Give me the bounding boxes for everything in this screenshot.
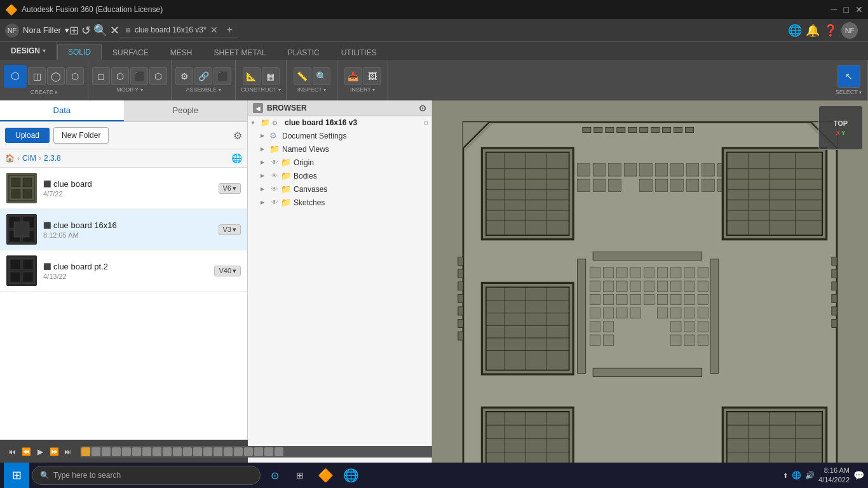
pcb-canvas	[432, 100, 868, 488]
3d-viewport[interactable]: TOP X Y	[432, 100, 868, 488]
tab-surface[interactable]: SURFACE	[102, 45, 159, 60]
account-bar: NF Nora Filler ▾ ⊞ ↺ 🔍 ✕ 🖥 clue board 16…	[0, 19, 868, 42]
taskbar-task-view[interactable]: ⊞	[288, 464, 311, 487]
version-badge-2[interactable]: V3▾	[219, 224, 241, 235]
file-info-1: ⬛ clue board 4/7/22	[43, 179, 212, 198]
inspect-more-button[interactable]: 🔍	[313, 67, 330, 85]
browser-item-named-views[interactable]: ▶ 📁 Named Views	[248, 142, 431, 156]
tab-solid[interactable]: SOLID	[57, 44, 102, 60]
new-tab-button[interactable]: +	[227, 24, 233, 36]
file-item-clue-board[interactable]: ⬛ clue board 4/7/22 V6▾	[0, 168, 247, 209]
tab-data[interactable]: Data	[0, 100, 124, 121]
taskbar-chrome-app[interactable]: 🌐	[339, 464, 362, 487]
design-selector[interactable]: DESIGN ▾	[0, 42, 57, 60]
sketches-eye-icon[interactable]: 👁	[269, 199, 280, 206]
taskbar-fusion-app[interactable]: 🔶	[314, 464, 337, 487]
version-badge-3[interactable]: V40▾	[214, 266, 241, 276]
assemble-more-button[interactable]: ⬛	[214, 67, 231, 85]
browser-item-canvases[interactable]: ▶ 👁 📁 Canvases	[248, 182, 431, 196]
file-name-2: ⬛ clue board 16x16	[43, 220, 212, 230]
close-panel-button[interactable]: ✕	[110, 24, 119, 37]
app-title: Autodesk Fusion 360 (Education License)	[22, 5, 163, 14]
new-folder-button[interactable]: New Folder	[53, 127, 109, 144]
left-panel: Data People Upload New Folder ⚙ 🏠 › CIM …	[0, 100, 248, 440]
inspect-measure-button[interactable]: 📏	[294, 67, 311, 85]
modify-shell-button[interactable]: ⬛	[130, 67, 148, 85]
tl-skip-end[interactable]: ⏭	[61, 445, 75, 459]
modify-fillet-button[interactable]: ◻	[92, 67, 110, 85]
insert-more-button[interactable]: 🖼	[363, 67, 381, 85]
browser-item-sketches[interactable]: ▶ 👁 📁 Sketches	[248, 196, 431, 209]
browser-item-origin[interactable]: ▶ 👁 📁 Origin	[248, 156, 431, 169]
view-cube[interactable]: TOP X Y	[818, 105, 863, 150]
tl-prev[interactable]: ⏪	[19, 445, 33, 459]
search-bar[interactable]: 🔍 Type here to search	[32, 466, 261, 485]
apps-grid-button[interactable]: ⊞	[69, 24, 79, 37]
system-clock[interactable]: 8:16 AM 4/14/2022	[818, 466, 850, 485]
breadcrumb-cim[interactable]: CIM	[22, 154, 36, 163]
create-sphere-button[interactable]: ◯	[47, 67, 65, 85]
start-button[interactable]: ⊞	[4, 463, 29, 488]
origin-eye-icon[interactable]: 👁	[269, 159, 280, 166]
taskbar-up-arrow[interactable]: ⬆	[783, 472, 788, 479]
taskbar-cortana[interactable]: ⊙	[263, 464, 286, 487]
notifications-button[interactable]: 🔔	[806, 24, 820, 37]
tl-thumb-10	[183, 447, 192, 456]
select-button[interactable]: ↖	[837, 65, 860, 88]
home-icon[interactable]: 🏠	[5, 154, 15, 163]
bodies-eye-icon[interactable]: 👁	[269, 172, 280, 179]
taskbar-right: ⬆ 🌐 🔊 8:16 AM 4/14/2022 💬	[783, 466, 864, 485]
tab-mesh[interactable]: MESH	[159, 45, 203, 60]
root-more-icon[interactable]: ⚙	[423, 119, 429, 126]
taskbar-notification-icon[interactable]: 💬	[853, 470, 864, 480]
svg-rect-42	[578, 179, 590, 192]
help-button[interactable]: ❓	[824, 24, 837, 37]
version-badge-1[interactable]: V6▾	[219, 183, 241, 194]
tl-thumb-15	[234, 447, 243, 456]
maximize-button[interactable]: □	[844, 4, 849, 15]
insert-decal-button[interactable]: 📥	[344, 67, 362, 85]
taskbar-volume-icon[interactable]: 🔊	[805, 471, 815, 480]
file-item-clue-board-pt2[interactable]: ⬛ clue board pt.2 4/13/22 V40▾	[0, 250, 247, 292]
construct-more-button[interactable]: ▦	[262, 67, 280, 85]
minimize-button[interactable]: ─	[831, 4, 837, 15]
browser-collapse-button[interactable]: ◀	[253, 103, 263, 113]
create-box-button[interactable]: ⬡	[4, 65, 27, 88]
account-portal-button[interactable]: 🌐	[788, 24, 802, 37]
modify-chamfer-button[interactable]: ⬡	[111, 67, 129, 85]
assemble-joint-button[interactable]: 🔗	[194, 67, 212, 85]
close-doc-icon[interactable]: ✕	[210, 25, 218, 35]
tl-next[interactable]: ⏩	[47, 445, 61, 459]
tab-plastic[interactable]: PLASTIC	[277, 45, 330, 60]
account-info[interactable]: NF Nora Filler ▾	[5, 24, 69, 37]
tab-people[interactable]: People	[124, 100, 248, 121]
canvases-eye-icon[interactable]: 👁	[269, 186, 280, 193]
breadcrumb-world-icon[interactable]: 🌐	[231, 153, 242, 163]
upload-button[interactable]: Upload	[5, 128, 50, 143]
browser-options-icon[interactable]: ⊙	[419, 103, 426, 113]
browser-item-document-settings[interactable]: ▶ ⚙ Document Settings	[248, 129, 431, 142]
taskbar-network-icon[interactable]: 🌐	[792, 471, 801, 480]
browser-item-bodies[interactable]: ▶ 👁 📁 Bodies	[248, 169, 431, 182]
profile-avatar[interactable]: NF	[841, 22, 858, 39]
file-item-clue-board-16x16[interactable]: ⬛ clue board 16x16 8:12:05 AM V3▾	[0, 209, 247, 250]
close-button[interactable]: ✕	[855, 4, 863, 15]
account-dropdown-icon[interactable]: ▾	[65, 25, 69, 35]
panel-actions: Upload New Folder ⚙	[0, 122, 247, 149]
modify-more-button[interactable]: ⬡	[149, 67, 167, 85]
panel-settings-icon[interactable]: ⚙	[233, 130, 242, 142]
fusion-logo: 🔶	[5, 4, 18, 16]
search-button[interactable]: 🔍	[93, 24, 107, 37]
assemble-new-button[interactable]: ⚙	[175, 67, 193, 85]
refresh-button[interactable]: ↺	[81, 24, 91, 37]
tl-skip-start[interactable]: ⏮	[5, 445, 19, 459]
create-more-button[interactable]: ⬡	[66, 67, 84, 85]
tl-play[interactable]: ▶	[33, 445, 47, 459]
tab-utilities[interactable]: UTILITIES	[330, 45, 388, 60]
construct-plane-button[interactable]: 📐	[243, 67, 261, 85]
breadcrumb-238[interactable]: 2.3.8	[44, 154, 61, 163]
clock-time: 8:16 AM	[818, 466, 850, 475]
tab-sheet-metal[interactable]: SHEET METAL	[203, 45, 276, 60]
create-cylinder-button[interactable]: ◫	[28, 67, 46, 85]
browser-root-item[interactable]: ▼ 📁 ⚙ clue board 16x16 v3 ⚙	[248, 116, 431, 129]
